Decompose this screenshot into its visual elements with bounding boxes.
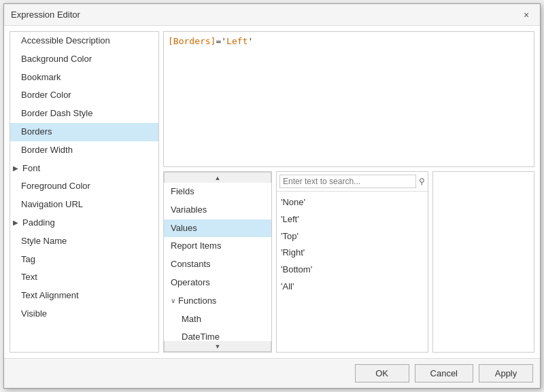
category-panel: ▲ FieldsVariablesValuesReport ItemsConst…	[163, 171, 272, 353]
dialog-body: Accessible DescriptionBackground ColorBo…	[4, 26, 540, 358]
left-panel-item-foreground-color[interactable]: Foreground Color	[10, 177, 158, 196]
left-panel-item-label: Font	[22, 162, 40, 176]
left-panel-item-navigation-url[interactable]: Navigation URL	[10, 196, 158, 214]
category-list: FieldsVariablesValuesReport ItemsConstan…	[164, 183, 271, 341]
category-item-values[interactable]: Values	[164, 219, 271, 238]
category-item-variables[interactable]: Variables	[164, 201, 271, 219]
category-item-label: Functions	[178, 294, 216, 308]
left-panel: Accessible DescriptionBackground ColorBo…	[10, 31, 159, 353]
left-panel-item-border-dash-style[interactable]: Border Dash Style	[10, 105, 158, 123]
dialog-title: Expression Editor	[11, 10, 80, 20]
dialog-footer: OK Cancel Apply	[4, 358, 540, 388]
right-section: [Borders]='Left' ▲ FieldsVariablesValues…	[163, 31, 534, 353]
left-panel-item-label: Padding	[22, 216, 55, 230]
left-panel-item-borders[interactable]: Borders	[10, 123, 158, 141]
search-bar: ⚲	[277, 172, 428, 192]
left-panel-item-tag[interactable]: Tag	[10, 251, 158, 269]
value-item[interactable]: 'All'	[281, 279, 424, 296]
chevron-icon: ▶	[13, 163, 21, 174]
values-list: 'None''Left''Top''Right''Bottom''All'	[277, 192, 428, 352]
category-item-functions[interactable]: ∨ Functions	[164, 292, 271, 310]
search-input[interactable]	[279, 175, 416, 188]
value-item[interactable]: 'Bottom'	[281, 262, 424, 279]
close-button[interactable]: ×	[520, 8, 533, 22]
category-scroll-down[interactable]: ▼	[164, 341, 271, 352]
ok-button[interactable]: OK	[355, 364, 409, 382]
bottom-panels: ▲ FieldsVariablesValuesReport ItemsConst…	[163, 171, 534, 353]
left-panel-item-font[interactable]: ▶Font	[10, 160, 158, 178]
search-icon: ⚲	[419, 177, 425, 186]
value-item[interactable]: 'Left'	[281, 211, 424, 228]
left-panel-item-visible[interactable]: Visible	[10, 305, 158, 323]
expression-text: [Borders]='Left'	[168, 36, 253, 46]
values-panel: ⚲ 'None''Left''Top''Right''Bottom''All'	[276, 171, 428, 353]
expression-editor-dialog: Expression Editor × Accessible Descripti…	[3, 3, 541, 389]
cancel-button[interactable]: Cancel	[415, 364, 473, 382]
title-bar: Expression Editor ×	[4, 4, 540, 26]
category-item-datetime[interactable]: DateTime	[164, 328, 271, 341]
left-panel-item-border-width[interactable]: Border Width	[10, 141, 158, 160]
left-panel-item-background-color[interactable]: Background Color	[10, 50, 158, 69]
category-item-report-items[interactable]: Report Items	[164, 237, 271, 255]
category-item-operators[interactable]: Operators	[164, 274, 271, 292]
left-panel-item-style-name[interactable]: Style Name	[10, 232, 158, 251]
value-item[interactable]: 'None'	[281, 194, 424, 211]
left-panel-item-bookmark[interactable]: Bookmark	[10, 69, 158, 87]
category-scroll-up[interactable]: ▲	[164, 172, 271, 183]
category-item-constants[interactable]: Constants	[164, 255, 271, 274]
left-panel-item-text-alignment[interactable]: Text Alignment	[10, 287, 158, 305]
value-item[interactable]: 'Top'	[281, 228, 424, 245]
chevron-icon: ▶	[13, 217, 21, 228]
left-panel-item-border-color[interactable]: Border Color	[10, 86, 158, 105]
value-item[interactable]: 'Right'	[281, 245, 424, 262]
category-item-fields[interactable]: Fields	[164, 183, 271, 201]
category-item-math[interactable]: Math	[164, 310, 271, 329]
left-panel-item-padding[interactable]: ▶Padding	[10, 214, 158, 232]
apply-button[interactable]: Apply	[479, 364, 533, 382]
detail-panel	[432, 171, 534, 353]
left-panel-item-text[interactable]: Text	[10, 268, 158, 287]
category-panel-wrapper: ▲ FieldsVariablesValuesReport ItemsConst…	[163, 171, 272, 353]
chevron-icon: ∨	[171, 296, 175, 306]
left-panel-item-accessible-description[interactable]: Accessible Description	[10, 32, 158, 50]
expression-area[interactable]: [Borders]='Left'	[163, 31, 534, 167]
